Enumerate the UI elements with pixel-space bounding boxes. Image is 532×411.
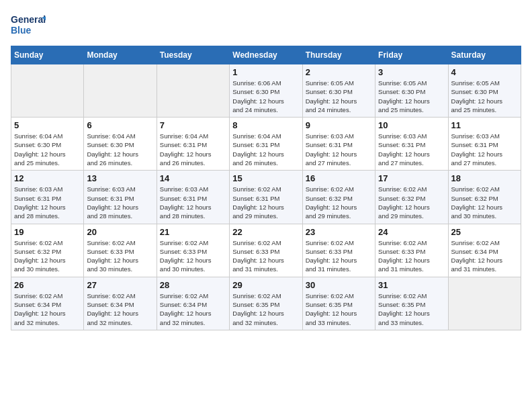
- day-info: Sunrise: 6:02 AM Sunset: 6:33 PM Dayligh…: [87, 238, 153, 274]
- calendar-cell: 1Sunrise: 6:06 AM Sunset: 6:30 PM Daylig…: [230, 64, 302, 118]
- day-number: 25: [451, 227, 518, 237]
- day-header-tuesday: Tuesday: [157, 46, 229, 64]
- calendar-cell: 14Sunrise: 6:03 AM Sunset: 6:31 PM Dayli…: [157, 171, 229, 224]
- day-number: 30: [306, 280, 372, 290]
- day-info: Sunrise: 6:02 AM Sunset: 6:34 PM Dayligh…: [160, 291, 226, 327]
- calendar-cell: 8Sunrise: 6:04 AM Sunset: 6:31 PM Daylig…: [230, 118, 302, 171]
- calendar-table: SundayMondayTuesdayWednesdayThursdayFrid…: [11, 46, 521, 330]
- day-header-friday: Friday: [375, 46, 448, 64]
- svg-text:Blue: Blue: [11, 25, 32, 36]
- day-info: Sunrise: 6:02 AM Sunset: 6:35 PM Dayligh…: [306, 291, 372, 327]
- day-info: Sunrise: 6:04 AM Sunset: 6:30 PM Dayligh…: [14, 132, 81, 167]
- day-header-monday: Monday: [84, 46, 157, 64]
- calendar-cell: 12Sunrise: 6:03 AM Sunset: 6:31 PM Dayli…: [11, 171, 84, 224]
- calendar-cell: 28Sunrise: 6:02 AM Sunset: 6:34 PM Dayli…: [157, 277, 229, 330]
- day-info: Sunrise: 6:02 AM Sunset: 6:34 PM Dayligh…: [451, 238, 518, 274]
- day-number: 6: [87, 120, 153, 130]
- calendar-cell: 7Sunrise: 6:04 AM Sunset: 6:31 PM Daylig…: [157, 118, 229, 171]
- day-number: 21: [160, 227, 226, 237]
- week-row-5: 26Sunrise: 6:02 AM Sunset: 6:34 PM Dayli…: [11, 277, 521, 330]
- day-number: 7: [160, 120, 226, 130]
- day-header-sunday: Sunday: [11, 46, 84, 64]
- day-number: 24: [378, 227, 445, 237]
- day-number: 9: [306, 120, 372, 130]
- calendar-cell: 6Sunrise: 6:04 AM Sunset: 6:30 PM Daylig…: [84, 118, 157, 171]
- calendar-cell: 10Sunrise: 6:03 AM Sunset: 6:31 PM Dayli…: [375, 118, 448, 171]
- day-number: 4: [451, 67, 518, 77]
- calendar-cell: [11, 64, 84, 118]
- day-info: Sunrise: 6:03 AM Sunset: 6:31 PM Dayligh…: [306, 132, 372, 167]
- calendar-cell: 27Sunrise: 6:02 AM Sunset: 6:34 PM Dayli…: [84, 277, 157, 330]
- calendar-cell: 20Sunrise: 6:02 AM Sunset: 6:33 PM Dayli…: [84, 224, 157, 277]
- day-number: 2: [306, 67, 372, 77]
- calendar-cell: 2Sunrise: 6:05 AM Sunset: 6:30 PM Daylig…: [302, 64, 375, 118]
- day-info: Sunrise: 6:04 AM Sunset: 6:31 PM Dayligh…: [232, 132, 299, 167]
- day-number: 15: [232, 173, 299, 183]
- day-number: 8: [232, 120, 299, 130]
- calendar-cell: 30Sunrise: 6:02 AM Sunset: 6:35 PM Dayli…: [302, 277, 375, 330]
- day-header-saturday: Saturday: [448, 46, 521, 64]
- day-info: Sunrise: 6:02 AM Sunset: 6:35 PM Dayligh…: [232, 291, 299, 327]
- day-info: Sunrise: 6:03 AM Sunset: 6:31 PM Dayligh…: [451, 132, 518, 167]
- week-row-1: 1Sunrise: 6:06 AM Sunset: 6:30 PM Daylig…: [11, 64, 521, 118]
- week-row-3: 12Sunrise: 6:03 AM Sunset: 6:31 PM Dayli…: [11, 171, 521, 224]
- day-number: 17: [378, 173, 445, 183]
- day-number: 20: [87, 227, 153, 237]
- svg-text:General: General: [11, 14, 46, 25]
- day-info: Sunrise: 6:05 AM Sunset: 6:30 PM Dayligh…: [451, 79, 518, 114]
- calendar-cell: 26Sunrise: 6:02 AM Sunset: 6:34 PM Dayli…: [11, 277, 84, 330]
- calendar-cell: 13Sunrise: 6:03 AM Sunset: 6:31 PM Dayli…: [84, 171, 157, 224]
- logo: General Blue: [11, 11, 46, 38]
- calendar-cell: 4Sunrise: 6:05 AM Sunset: 6:30 PM Daylig…: [448, 64, 521, 118]
- day-number: 3: [378, 67, 445, 77]
- day-info: Sunrise: 6:02 AM Sunset: 6:32 PM Dayligh…: [378, 185, 445, 220]
- day-info: Sunrise: 6:02 AM Sunset: 6:32 PM Dayligh…: [451, 185, 518, 220]
- calendar-cell: 29Sunrise: 6:02 AM Sunset: 6:35 PM Dayli…: [230, 277, 302, 330]
- calendar-cell: 23Sunrise: 6:02 AM Sunset: 6:33 PM Dayli…: [302, 224, 375, 277]
- calendar-cell: 3Sunrise: 6:05 AM Sunset: 6:30 PM Daylig…: [375, 64, 448, 118]
- day-number: 23: [306, 227, 372, 237]
- day-info: Sunrise: 6:06 AM Sunset: 6:30 PM Dayligh…: [232, 79, 299, 114]
- day-number: 16: [306, 173, 372, 183]
- day-number: 27: [87, 280, 153, 290]
- header-row: SundayMondayTuesdayWednesdayThursdayFrid…: [11, 46, 521, 64]
- calendar-cell: 24Sunrise: 6:02 AM Sunset: 6:33 PM Dayli…: [375, 224, 448, 277]
- calendar-cell: 22Sunrise: 6:02 AM Sunset: 6:33 PM Dayli…: [230, 224, 302, 277]
- calendar-cell: 15Sunrise: 6:02 AM Sunset: 6:31 PM Dayli…: [230, 171, 302, 224]
- calendar-cell: 21Sunrise: 6:02 AM Sunset: 6:33 PM Dayli…: [157, 224, 229, 277]
- day-info: Sunrise: 6:02 AM Sunset: 6:34 PM Dayligh…: [87, 291, 153, 327]
- day-number: 11: [451, 120, 518, 130]
- calendar-cell: [157, 64, 229, 118]
- calendar-body: 1Sunrise: 6:06 AM Sunset: 6:30 PM Daylig…: [11, 64, 521, 330]
- calendar-cell: 11Sunrise: 6:03 AM Sunset: 6:31 PM Dayli…: [448, 118, 521, 171]
- day-info: Sunrise: 6:03 AM Sunset: 6:31 PM Dayligh…: [87, 185, 153, 220]
- day-info: Sunrise: 6:02 AM Sunset: 6:32 PM Dayligh…: [14, 238, 81, 274]
- day-info: Sunrise: 6:03 AM Sunset: 6:31 PM Dayligh…: [14, 185, 81, 220]
- day-info: Sunrise: 6:02 AM Sunset: 6:33 PM Dayligh…: [306, 238, 372, 274]
- week-row-4: 19Sunrise: 6:02 AM Sunset: 6:32 PM Dayli…: [11, 224, 521, 277]
- day-number: 12: [14, 173, 81, 183]
- calendar-cell: 19Sunrise: 6:02 AM Sunset: 6:32 PM Dayli…: [11, 224, 84, 277]
- day-number: 22: [232, 227, 299, 237]
- header: General Blue: [11, 11, 521, 38]
- day-info: Sunrise: 6:03 AM Sunset: 6:31 PM Dayligh…: [378, 132, 445, 167]
- calendar-cell: 16Sunrise: 6:02 AM Sunset: 6:32 PM Dayli…: [302, 171, 375, 224]
- calendar-cell: 5Sunrise: 6:04 AM Sunset: 6:30 PM Daylig…: [11, 118, 84, 171]
- day-header-wednesday: Wednesday: [230, 46, 302, 64]
- day-number: 5: [14, 120, 81, 130]
- day-number: 10: [378, 120, 445, 130]
- day-info: Sunrise: 6:05 AM Sunset: 6:30 PM Dayligh…: [306, 79, 372, 114]
- day-info: Sunrise: 6:05 AM Sunset: 6:30 PM Dayligh…: [378, 79, 445, 114]
- day-info: Sunrise: 6:04 AM Sunset: 6:31 PM Dayligh…: [160, 132, 226, 167]
- calendar-cell: 18Sunrise: 6:02 AM Sunset: 6:32 PM Dayli…: [448, 171, 521, 224]
- day-number: 28: [160, 280, 226, 290]
- week-row-2: 5Sunrise: 6:04 AM Sunset: 6:30 PM Daylig…: [11, 118, 521, 171]
- calendar-header: SundayMondayTuesdayWednesdayThursdayFrid…: [11, 46, 521, 64]
- calendar-cell: 25Sunrise: 6:02 AM Sunset: 6:34 PM Dayli…: [448, 224, 521, 277]
- day-number: 14: [160, 173, 226, 183]
- day-number: 29: [232, 280, 299, 290]
- calendar-cell: 9Sunrise: 6:03 AM Sunset: 6:31 PM Daylig…: [302, 118, 375, 171]
- day-number: 19: [14, 227, 81, 237]
- day-info: Sunrise: 6:02 AM Sunset: 6:32 PM Dayligh…: [306, 185, 372, 220]
- day-number: 26: [14, 280, 81, 290]
